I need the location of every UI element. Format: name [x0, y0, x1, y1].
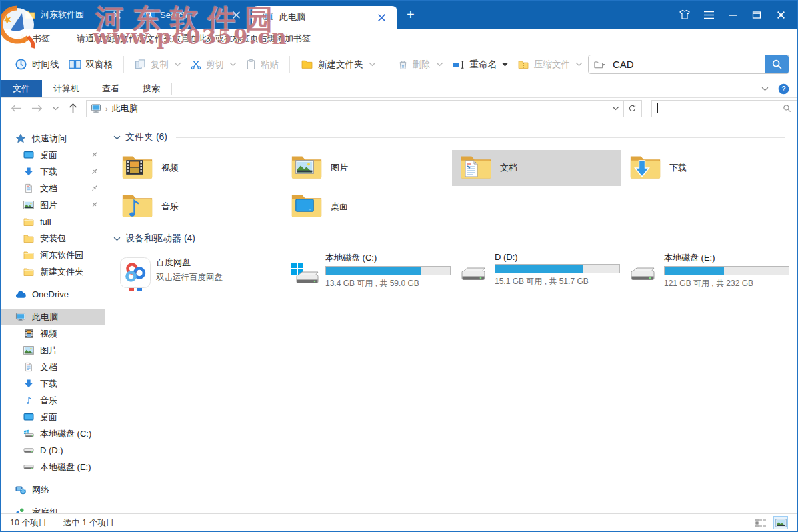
drive-tile-本地磁盘 (E:)[interactable]: 本地磁盘 (E:)121 GB 可用 , 共 232 GB [621, 251, 791, 294]
sidebar-item-下载[interactable]: 下载 [1, 163, 105, 180]
menu-button[interactable] [699, 5, 719, 24]
copy-dropdown-icon[interactable] [174, 62, 181, 67]
sidebar-item-文档[interactable]: 文档 [1, 180, 105, 197]
folder-tile-文档[interactable]: 文档 [452, 150, 621, 186]
sidebar-item-桌面[interactable]: 桌面 [1, 147, 105, 163]
ribbon-tab-文件[interactable]: 文件 [1, 80, 42, 97]
sidebar-item-快速访问[interactable]: 快速访问 [1, 130, 105, 147]
compress-dropdown-icon[interactable] [575, 62, 583, 67]
tab-active[interactable]: 此电脑 [252, 6, 397, 29]
rename-dropdown-icon[interactable] [502, 63, 508, 67]
folder-icon [121, 153, 155, 183]
sidebar-item-桌面[interactable]: 桌面 [1, 409, 105, 425]
rename-button[interactable]: 重命名 [448, 55, 513, 74]
copy-icon [135, 59, 146, 70]
drive-windows-big-icon [289, 254, 320, 294]
sidebar-item-文档[interactable]: 文档 [1, 359, 105, 375]
tab-close-icon[interactable] [109, 9, 125, 21]
sidebar-item-新建文件夹[interactable]: 新建文件夹 [1, 263, 105, 280]
delete-dropdown-icon[interactable] [436, 62, 443, 67]
cut-dropdown-icon[interactable] [229, 62, 237, 67]
help-icon[interactable]: ? [778, 83, 789, 95]
sidebar-item-D (D:)[interactable]: D (D:) [1, 442, 105, 459]
tab-close-icon[interactable] [229, 9, 244, 21]
details-view-button[interactable] [753, 516, 768, 529]
refresh-button[interactable] [624, 100, 642, 117]
group-title: 设备和驱动器 (4) [125, 233, 195, 245]
back-button[interactable] [6, 104, 27, 113]
app-tile-百度网盘[interactable]: 百度网盘双击运行百度网盘 [113, 251, 283, 294]
icons-view-button[interactable] [773, 516, 788, 529]
drive-tile-本地磁盘 (C:)[interactable]: 本地磁盘 (C:)13.4 GB 可用 , 共 59.0 GB [283, 251, 452, 294]
paste-button[interactable]: 粘贴 [241, 55, 283, 74]
breadcrumb[interactable]: 此电脑 [112, 103, 138, 115]
sidebar-item-家庭组[interactable]: 家庭组 [1, 504, 105, 513]
delete-button[interactable]: 删除 [393, 55, 448, 74]
maximize-button[interactable] [747, 5, 767, 24]
folder-tile-音乐[interactable]: 音乐 [113, 189, 283, 225]
timeline-button[interactable]: 时间线 [10, 55, 64, 74]
search-go-button[interactable] [765, 55, 789, 73]
history-dropdown[interactable] [47, 106, 64, 111]
folder-tile-桌面[interactable]: 桌面 [283, 189, 452, 225]
close-button[interactable] [771, 5, 791, 24]
group-header[interactable]: 文件夹 (6) [113, 130, 791, 145]
tab-close-icon[interactable] [374, 12, 389, 23]
sidebar-item-音乐[interactable]: 音乐 [1, 392, 105, 409]
group-header[interactable]: 设备和驱动器 (4) [113, 231, 791, 246]
cut-button[interactable]: 剪切 [186, 55, 241, 74]
search-box[interactable] [651, 100, 797, 117]
ribbon-collapse-icon[interactable] [761, 87, 769, 91]
sidebar-item-图片[interactable]: 图片 [1, 342, 105, 359]
folder-tile-图片[interactable]: 图片 [283, 150, 452, 186]
folder-tile-下载[interactable]: 下载 [621, 150, 791, 186]
sidebar-item-此电脑[interactable]: 此电脑 [1, 309, 105, 325]
dual-pane-button[interactable]: 双窗格 [64, 55, 118, 74]
sidebar-item-图片[interactable]: 图片 [1, 197, 105, 213]
sidebar-item-full[interactable]: full [1, 213, 105, 230]
group-collapse-icon[interactable] [113, 135, 121, 140]
shirt-icon [679, 9, 691, 20]
ribbon-tab-计算机[interactable]: 计算机 [42, 80, 91, 97]
ribbon-tab-搜索[interactable]: 搜索 [131, 80, 171, 97]
toolbar-search-box[interactable] [588, 55, 789, 74]
forward-button[interactable] [27, 104, 47, 113]
tab-inactive[interactable]: 河东软件园 [14, 1, 133, 29]
address-dropdown[interactable] [608, 106, 623, 111]
new-folder-button[interactable]: 新建文件夹 [296, 55, 381, 74]
drive-name: 本地磁盘 (E:) [664, 252, 791, 264]
bookmark-star-icon[interactable] [17, 33, 28, 45]
folder-tile-视频[interactable]: 视频 [113, 150, 283, 186]
drive-tile-D (D:)[interactable]: D (D:)15.1 GB 可用 , 共 51.7 GB [452, 251, 621, 294]
ribbon-tab-查看[interactable]: 查看 [91, 80, 131, 97]
search-scope-dropdown[interactable] [589, 60, 611, 69]
skin-button[interactable] [675, 5, 695, 24]
sidebar-item-本地磁盘 (C:)[interactable]: 本地磁盘 (C:) [1, 425, 105, 442]
group-collapse-icon[interactable] [113, 237, 121, 241]
sidebar-item-label: D (D:) [40, 445, 63, 455]
sidebar-item-label: 桌面 [40, 411, 57, 423]
folder-icon [23, 267, 34, 277]
drive-free-space: 13.4 GB 可用 , 共 59.0 GB [325, 278, 452, 289]
address-field[interactable]: › 此电脑 [86, 100, 624, 117]
new-folder-dropdown-icon[interactable] [369, 62, 376, 67]
folder-icon [23, 250, 34, 261]
up-button[interactable] [64, 103, 82, 113]
sidebar-item-河东软件园[interactable]: 河东软件园 [1, 247, 105, 263]
tab-inactive[interactable]: Search [133, 1, 252, 29]
drive-icon [23, 446, 34, 455]
compress-button[interactable]: 压缩文件 [513, 55, 587, 74]
sidebar-item-安装包[interactable]: 安装包 [1, 230, 105, 247]
sidebar-item-本地磁盘 (E:)[interactable]: 本地磁盘 (E:) [1, 459, 105, 475]
copy-button[interactable]: 复制 [130, 55, 186, 74]
toolbar-search-input[interactable] [611, 58, 765, 71]
sidebar-item-视频[interactable]: 视频 [1, 325, 105, 342]
new-tab-button[interactable]: + [397, 8, 424, 21]
minimize-button[interactable] [723, 5, 743, 24]
sidebar-item-OneDrive[interactable]: OneDrive [1, 286, 105, 303]
address-bar: › 此电脑 [1, 98, 797, 119]
sidebar-item-网络[interactable]: 网络 [1, 481, 105, 498]
sidebar-item-下载[interactable]: 下载 [1, 375, 105, 392]
bookmarks-label[interactable]: 书签 [33, 33, 50, 45]
zip-folder-icon [517, 59, 529, 70]
